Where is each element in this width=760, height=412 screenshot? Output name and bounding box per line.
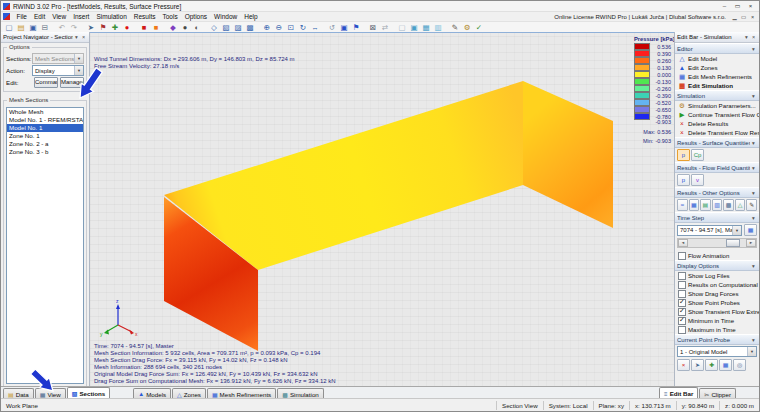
flow-animation-checkbox[interactable]: Flow Animation — [675, 251, 759, 260]
mdi-close-button[interactable]: × — [748, 13, 757, 21]
tab-icon: ✂ — [704, 391, 709, 398]
chevron-down-icon: ▾ — [750, 140, 757, 146]
action-select[interactable]: Display▼ — [32, 65, 84, 76]
diagram-icon[interactable]: ▤ — [700, 199, 711, 211]
chart-icon[interactable]: △ — [735, 199, 746, 211]
section-simulation[interactable]: Simulation▾ — [675, 90, 759, 101]
edit-vector-icon[interactable]: ✎ — [746, 199, 757, 211]
menu-item[interactable]: Options — [181, 13, 210, 20]
edit-zones[interactable]: ▲ Edit Zones — [675, 63, 759, 72]
menu-item[interactable]: Simulation — [93, 13, 130, 20]
menu-item[interactable]: Help — [241, 13, 261, 20]
edit-bar-close-icon[interactable]: × — [750, 34, 757, 40]
chevron-down-icon: ▾ — [750, 46, 757, 52]
section-editor[interactable]: Editor▾ — [675, 43, 759, 54]
list-item[interactable]: Whole Mesh — [7, 108, 83, 116]
axis-z-label: z — [116, 298, 119, 304]
commands-button[interactable]: Commands — [34, 77, 58, 88]
simulation-parameters[interactable]: ⚙ Simulation Parameters... — [675, 101, 759, 110]
continue-transient-flow[interactable]: ▶ Continue Transient Flow Calculat... — [675, 110, 759, 119]
section-surface-quantities[interactable]: Results - Surface Quantities▾ — [675, 137, 759, 148]
chevron-down-icon: ▾ — [750, 190, 757, 196]
time-step-select[interactable]: 7074 - 94.57 [s], Master▼ — [677, 225, 742, 236]
surface-pressure-icon[interactable]: p — [677, 149, 690, 161]
app-icon — [3, 3, 10, 10]
display-option-checkbox[interactable]: Results on Computational Mesh — [675, 280, 759, 289]
slider-right-arrow-icon[interactable]: ► — [746, 239, 756, 247]
menu-item[interactable]: Results — [130, 13, 159, 20]
legend-max: Max:0.536 — [634, 129, 671, 135]
probe-table-icon[interactable]: ▦ — [719, 359, 732, 371]
legend-panel-icon[interactable]: ▥ — [712, 199, 723, 211]
sections-label: Sections: — [6, 55, 32, 62]
list-item[interactable]: Zone No. 1 — [7, 132, 83, 140]
viewport-3d[interactable]: z x y Wind Tunnel Dimensions: Dx = 293.6… — [90, 32, 674, 389]
chevron-down-icon: ▾ — [750, 263, 757, 269]
window-title: RWIND 3.02 Pro - [testModels, Results, S… — [13, 3, 181, 10]
delete-transient-flow-results[interactable]: × Delete Transient Flow Results... — [675, 128, 759, 137]
menu-item[interactable]: Window — [211, 13, 241, 20]
edit-mesh-refinements[interactable]: ▦ Edit Mesh Refinements — [675, 72, 759, 81]
display-option-checkbox[interactable]: Maximum in Time — [675, 325, 759, 334]
point-probe-select[interactable]: 1 - Original Model▼ — [677, 346, 757, 357]
display-option-checkbox[interactable]: Minimum in Time — [675, 316, 759, 325]
edit-simulation[interactable]: ▦ Edit Simulation — [675, 81, 759, 90]
item-icon: ⚙ — [678, 102, 686, 110]
item-icon: ▦ — [678, 82, 686, 90]
list-item[interactable]: Zone No. 3 - b — [7, 148, 83, 156]
edit-model[interactable]: △ Edit Model — [675, 54, 759, 63]
list-item[interactable]: Model No. 1 — [7, 124, 83, 132]
list-item[interactable]: Model No. 1 - RFEM/RSTAB Model — [7, 116, 83, 124]
pick-probe-icon[interactable]: ➤ — [691, 359, 704, 371]
maximize-button[interactable]: ▭ — [731, 2, 744, 11]
manager-button[interactable]: Manager... — [60, 77, 84, 88]
menu-item[interactable]: Insert — [70, 13, 93, 20]
item-icon: × — [678, 120, 686, 127]
flow-velocity-icon[interactable]: v — [691, 174, 704, 186]
tab-icon: ▧ — [72, 390, 78, 397]
menu-item[interactable]: Tools — [159, 13, 181, 20]
time-step-slider[interactable]: ◄ ► — [677, 238, 757, 248]
display-option-checkbox[interactable]: Show Point Probes — [675, 298, 759, 307]
delete-results[interactable]: × Delete Results — [675, 119, 759, 128]
close-button[interactable]: × — [744, 2, 757, 11]
sections-select[interactable]: Mesh Sections 1▼ — [32, 53, 84, 64]
mdi-restore-button[interactable]: ▭ — [739, 13, 748, 21]
status-segment: Plane: xy — [593, 401, 629, 410]
results-table-icon[interactable]: ▦ — [689, 199, 700, 211]
slider-thumb[interactable] — [726, 239, 740, 247]
surface-cp-icon[interactable]: Cp — [691, 149, 704, 161]
navigator-pin-icon[interactable]: ▾ — [73, 34, 80, 40]
add-probe-icon[interactable]: ✚ — [705, 359, 718, 371]
menu-item[interactable]: Edit — [30, 13, 48, 20]
navigator-close-icon[interactable]: × — [80, 34, 87, 40]
flow-pressure-icon[interactable]: p — [677, 174, 690, 186]
section-time-step[interactable]: Time Step▾ — [675, 212, 759, 223]
mesh-sections-list[interactable]: Whole MeshModel No. 1 - RFEM/RSTAB Model… — [6, 107, 84, 384]
display-option-checkbox[interactable]: Show Transient Flow Extremes — [675, 307, 759, 316]
list-item[interactable]: Zone No. 2 - a — [7, 140, 83, 148]
chevron-down-icon: ▾ — [750, 215, 757, 221]
section-flow-field-quantities[interactable]: Results - Flow Field Quantities▾ — [675, 162, 759, 173]
minimize-button[interactable]: ‒ — [718, 2, 731, 11]
pressure-legend: Pressure [kPa] 0.536 0.390 — [634, 36, 671, 144]
status-segment: y: 90.840 m — [676, 401, 719, 410]
mesh-view-icon[interactable]: ▩ — [723, 199, 734, 211]
section-other-options[interactable]: Results - Other Options▾ — [675, 187, 759, 198]
delete-probe-icon[interactable]: × — [677, 359, 690, 371]
display-option-checkbox[interactable]: Show Drag Forces — [675, 289, 759, 298]
streamlines-icon[interactable]: ≈ — [677, 199, 688, 211]
display-option-checkbox[interactable]: Show Log Files — [675, 271, 759, 280]
probe-target-icon[interactable]: ◎ — [733, 359, 746, 371]
tab-icon: ▲ — [138, 391, 144, 397]
edit-bar-pin-icon[interactable]: ▾ — [743, 34, 750, 40]
item-icon: △ — [678, 55, 686, 63]
time-step-table-icon[interactable]: ▦ — [744, 224, 757, 236]
section-display-options[interactable]: Display Options▾ — [675, 260, 759, 271]
menu-item[interactable]: View — [49, 13, 70, 20]
mdi-minimize-button[interactable]: ▁ — [730, 13, 739, 21]
section-current-point-probe[interactable]: Current Point Probe▾ — [675, 334, 759, 345]
slider-left-arrow-icon[interactable]: ◄ — [678, 239, 688, 247]
mdi-app-icon — [3, 13, 10, 20]
menu-item[interactable]: File — [13, 13, 30, 20]
